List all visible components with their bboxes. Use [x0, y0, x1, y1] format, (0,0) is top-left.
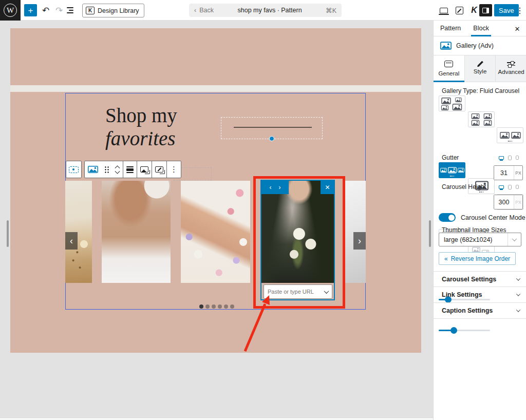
block-inserter-button[interactable]: +	[24, 4, 37, 16]
carousel-image-3[interactable]	[181, 181, 250, 283]
align-wide-icon	[126, 166, 134, 173]
back-button[interactable]: ‹Back	[194, 7, 214, 14]
chevron-left-icon: ‹	[194, 7, 196, 14]
replace-media-button[interactable]	[137, 161, 152, 178]
canvas-resize-handle-left[interactable]	[7, 220, 9, 247]
carousel-image-2[interactable]	[102, 181, 171, 283]
close-icon: ✕	[515, 25, 520, 33]
carousel-height-label: Carousel Height	[442, 183, 486, 190]
block-card: Gallery (Adv)	[434, 36, 526, 55]
wordpress-icon: W	[4, 4, 17, 17]
carousel-height-slider[interactable]	[439, 330, 490, 331]
carousel-next-button[interactable]: ›	[353, 232, 366, 250]
tab-block[interactable]: Block	[473, 21, 489, 36]
options-menu-button[interactable]: ⋮	[515, 4, 524, 16]
undo-icon: ↶	[42, 5, 49, 16]
gutter-unit[interactable]: PX	[514, 166, 522, 180]
accordion-carousel-settings[interactable]: Carousel Settings	[434, 271, 526, 287]
gutter-label: Gutter	[442, 154, 459, 161]
canvas-resize-handle-right[interactable]	[429, 220, 431, 247]
tablet-icon[interactable]	[508, 185, 512, 189]
annotation-highlight-rectangle	[253, 176, 345, 309]
carousel-height-slider-thumb[interactable]	[450, 327, 457, 334]
gallery-heading[interactable]: Shop my favorites	[105, 104, 229, 150]
accordion-link-settings[interactable]: Link Settings	[434, 287, 526, 303]
edit-document-icon	[456, 7, 463, 14]
carousel-dot[interactable]	[224, 304, 228, 309]
edit-gallery-icon	[155, 166, 163, 173]
settings-panel-toggle[interactable]	[479, 4, 492, 16]
gutter-value-box: PX	[494, 165, 523, 180]
list-view-button[interactable]	[67, 6, 77, 15]
canvas-bottom-edge	[0, 417, 433, 420]
gallery-block-type-button[interactable]	[85, 161, 101, 178]
command-shortcut: ⌘K	[326, 7, 336, 14]
center-mode-toggle[interactable]	[439, 213, 456, 222]
mobile-icon[interactable]	[516, 185, 519, 189]
close-sidebar-button[interactable]: ✕	[512, 24, 522, 34]
tablet-icon[interactable]	[508, 156, 512, 160]
carousel-height-value-input[interactable]	[494, 195, 514, 209]
chevron-down-icon	[516, 276, 520, 280]
kadence-tools-button[interactable]: K	[469, 5, 479, 16]
sliders-icon	[507, 62, 515, 66]
desktop-icon[interactable]	[499, 156, 504, 160]
tab-advanced[interactable]: Advanced	[495, 55, 526, 82]
carousel-dot[interactable]	[199, 304, 203, 309]
select-dropdown-area	[508, 233, 521, 246]
double-chevron-left-icon: «	[444, 255, 448, 262]
carousel-height-header: Carousel Height	[442, 183, 519, 190]
select-parent-icon	[69, 166, 79, 173]
chevron-right-icon: ›	[358, 236, 361, 246]
replace-media-icon	[140, 166, 148, 173]
carousel-dot[interactable]	[212, 304, 216, 309]
document-title: shop my favs · Pattern	[214, 7, 326, 14]
heading-line2: favorites	[105, 127, 229, 150]
divider-resize-dot[interactable]	[269, 136, 274, 141]
carousel-prev-button[interactable]: ‹	[65, 232, 78, 250]
carousel-height-unit: PX	[514, 195, 522, 209]
align-button[interactable]	[123, 161, 137, 178]
command-bar[interactable]: ‹Back shop my favs · Pattern ⌘K	[189, 4, 342, 17]
sidebar-panel-icon	[482, 8, 489, 13]
responsive-controls[interactable]	[499, 185, 519, 189]
chevron-down-icon	[516, 308, 520, 312]
settings-tab-strip: General Style Advanced	[434, 55, 526, 82]
desktop-icon[interactable]	[499, 185, 504, 189]
block-options-button[interactable]: ⋮	[166, 161, 181, 178]
gallery-type-grid[interactable]	[468, 111, 495, 127]
divider-line	[234, 127, 312, 128]
reverse-image-order-button[interactable]: « Reverse Image Order	[439, 252, 516, 265]
mobile-icon[interactable]	[516, 156, 519, 160]
accordion-caption-settings[interactable]: Caption Settings	[434, 303, 526, 319]
select-parent-gallery-button[interactable]	[66, 161, 82, 178]
wordpress-logo-button[interactable]: W	[0, 0, 21, 21]
chevron-left-icon: ‹	[70, 236, 73, 246]
thumbnail-sizes-select[interactable]: large (682x1024)	[439, 233, 521, 246]
carousel-dot[interactable]	[205, 304, 210, 309]
gutter-header: Gutter	[442, 154, 519, 161]
undo-button[interactable]: ↶	[40, 5, 51, 16]
gallery-type-carousel[interactable]	[497, 127, 523, 143]
carousel-dot[interactable]	[230, 304, 234, 309]
gallery-type-fluid-carousel[interactable]	[439, 162, 465, 178]
tab-pattern[interactable]: Pattern	[440, 21, 461, 36]
responsive-controls[interactable]	[499, 156, 519, 160]
gallery-type-masonry[interactable]	[439, 96, 465, 111]
carousel-dot[interactable]	[218, 304, 222, 309]
chevron-down-icon	[512, 236, 517, 241]
gutter-value-input[interactable]	[494, 166, 514, 180]
preview-button[interactable]	[438, 5, 449, 15]
tab-style[interactable]: Style	[464, 55, 496, 82]
tab-general[interactable]: General	[434, 55, 464, 82]
chevron-down-icon	[516, 292, 520, 296]
block-movers[interactable]	[112, 161, 123, 178]
editor-mode-button[interactable]	[454, 5, 464, 15]
gallery-block-icon	[88, 166, 98, 173]
drag-handle[interactable]	[101, 161, 112, 178]
kebab-icon: ⋮	[170, 165, 178, 174]
editor-canvas: Shop my favorites ⋮ ‹	[0, 21, 433, 420]
edit-gallery-button[interactable]	[152, 161, 166, 178]
design-library-button[interactable]: K Design Library	[82, 4, 144, 17]
redo-button[interactable]: ↷	[53, 5, 65, 16]
